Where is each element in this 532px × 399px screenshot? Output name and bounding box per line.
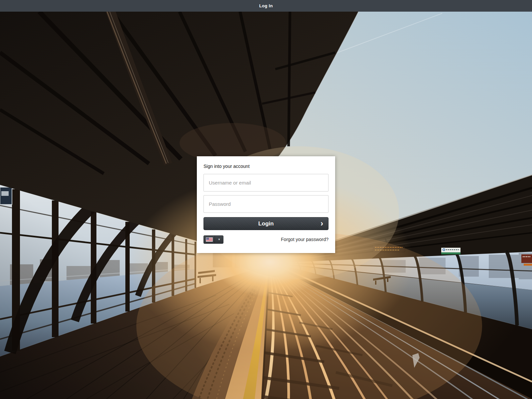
password-input[interactable] bbox=[203, 195, 329, 213]
us-flag-icon bbox=[204, 236, 215, 243]
login-button[interactable]: Login › bbox=[203, 217, 329, 230]
page-title: Log In bbox=[259, 3, 273, 8]
card-footer: ▾ Forgot your password? bbox=[203, 235, 329, 244]
login-page: Log In Sign into your account Login › bbox=[0, 0, 532, 399]
card-heading: Sign into your account bbox=[203, 164, 329, 169]
login-button-label: Login bbox=[258, 220, 274, 227]
topbar: Log In bbox=[0, 0, 532, 12]
login-card: Sign into your account Login › bbox=[197, 156, 335, 253]
language-selector[interactable]: ▾ bbox=[203, 235, 223, 244]
forgot-password-link[interactable]: Forgot your password? bbox=[281, 237, 329, 242]
chevron-right-icon: › bbox=[321, 219, 323, 227]
username-input[interactable] bbox=[203, 174, 329, 192]
language-dropdown-toggle[interactable]: ▾ bbox=[215, 236, 223, 243]
caret-down-icon: ▾ bbox=[218, 238, 220, 241]
